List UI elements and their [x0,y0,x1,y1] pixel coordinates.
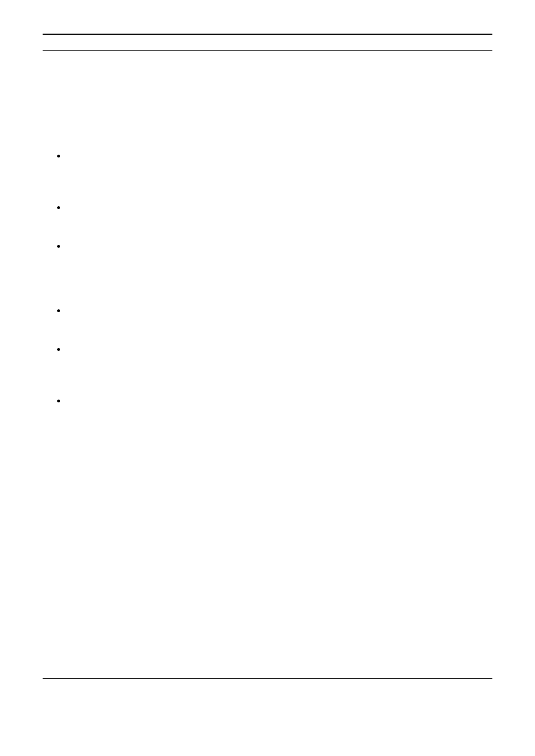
bullet-icon [57,348,60,351]
bullet-icon [57,155,60,157]
bullet-icon [57,245,60,248]
bullet-icon [57,400,60,402]
horizontal-rule-top [43,34,492,35]
bullet-list [57,155,492,402]
bullet-icon [57,206,60,209]
bullet-icon [57,309,60,312]
horizontal-rule-second [43,50,492,51]
document-page [0,0,535,756]
horizontal-rule-bottom [43,678,492,679]
